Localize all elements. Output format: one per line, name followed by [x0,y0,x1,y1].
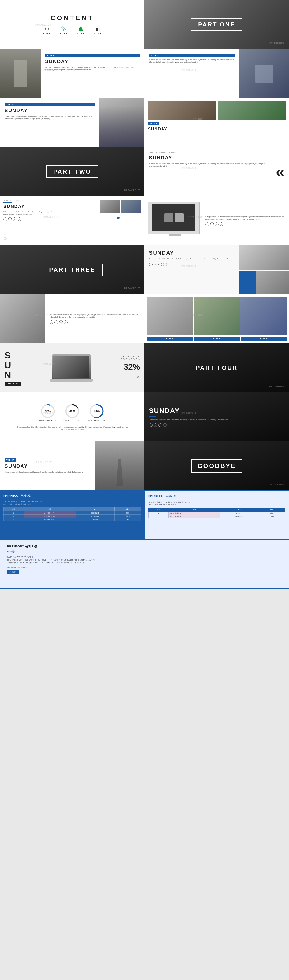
title-btn-3[interactable]: TITLE [241,337,287,341]
part-one-box: PART ONE [191,18,243,31]
notice-full-body: 안녕하세요. PPT5KOUT 입니다. 본 슬라이드는 공지사항을 안내하기 … [7,555,282,564]
notice-slide-1: PPTAKEOUT 공지사항 공지사항 내용입니다. PPT 템플릿 관련 정보… [0,490,144,539]
instagram-icon-2[interactable]: i [220,223,223,226]
td2-1-1: 1 [149,512,169,515]
instagram-icon-4[interactable]: i [64,320,68,324]
th2-3: 날짜 [220,508,259,512]
sun-right: t f in i 32% ✕ [121,356,140,379]
notice-btn[interactable]: 바로가기 [7,570,19,574]
three-img-slide: TITLE TITLE TITLE PPTAKEOUT [144,294,289,343]
title-btn-2[interactable]: TITLE [194,337,240,341]
sm-ig[interactable]: i [163,423,167,427]
sm-fb[interactable]: f [154,423,157,427]
linkedin-icon[interactable]: in [13,218,16,221]
sm-tw[interactable]: t [149,423,152,427]
td-2-3: 2024.01.02 [76,515,114,518]
sm-li[interactable]: in [159,423,162,427]
facebook-icon-4[interactable]: f [54,320,58,324]
title-badge-eiffel: TITLE [5,458,16,462]
li-icon[interactable]: in [132,356,135,360]
three-images [147,296,287,335]
img-col-2 [194,296,240,335]
facebook-icon[interactable]: f [8,218,12,221]
monitor-stand [169,234,181,236]
ig-icon[interactable]: i [137,356,140,360]
img-bottom-row [239,270,289,294]
laptop-img [52,355,91,379]
sun-text-area: S U N HAPPY LIFE [5,350,21,386]
part-three-box: PART THREE [42,264,103,276]
title-btn-1[interactable]: TITLE [147,337,193,341]
sunday-text-area-3: TITLE SUNDAY Entrepreneurial activities … [0,98,99,147]
part-four-box: PART FOUR [189,362,245,374]
sunday-text-area-1: TITLE SUNDAY Entrepreneurial activities … [41,49,144,98]
part-two-slide: PART TWO PPTAKEOUT [0,147,144,196]
row-6: PART THREE PPTAKEOUT SUNDAY Entrepreneur… [0,245,289,294]
sunday-text-area-2: TITLE Entrepreneurial activities differ … [144,49,239,98]
icon-item-4: ◧ TITLE [94,26,102,35]
social-icons-1: t f in i [3,218,141,221]
city-image [239,49,289,98]
instagram-icon[interactable]: i [17,218,21,221]
facebook-icon-2[interactable]: f [210,223,214,226]
progress-body: Entrepreneurial activities differ substa… [16,426,129,431]
linkedin-icon-2[interactable]: in [215,223,219,226]
title-badge-4: TITLE [148,122,159,126]
img-top [239,245,289,270]
forest-image [218,102,286,119]
twitter-icon-3[interactable]: t [149,262,152,266]
book-image [148,102,216,119]
watermark-1: PPTAKEOUT [35,23,51,26]
td2-2-4: 진행중 [259,515,285,519]
goodbye-text: GOODBYE [197,463,236,470]
title-buttons: TITLE TITLE TITLE [147,337,287,341]
linkedin-icon-3[interactable]: in [159,262,162,266]
chevron-area: « [276,147,289,196]
circle-40: 40% YOUR TITLE HERE [64,403,81,422]
sunday-heading-4: SUNDAY [148,127,286,132]
row-12: PPT5KOUT 공지사항 배려글 안녕하세요. PPT5KOUT 입니다. 본… [0,539,289,589]
title-badge-2: TITLE [149,54,235,57]
screen-content [164,213,184,223]
circle-80: 80% YOUR TITLE HERE [88,403,105,422]
happy-life-badge: HAPPY LIFE [5,382,21,386]
notice-body-2: 공지사항 내용입니다. PPT 템플릿 관련 정보를 안내합니다. 자세한 사항… [148,501,285,506]
part-two-box: PART TWO [46,165,98,178]
notice-full-link[interactable]: http://www.ppt5kout.com [7,566,282,568]
icon-item-2: 📎 TITLE [60,26,68,35]
td2-1-3: 2024.01.01 [220,512,259,515]
twitter-icon-2[interactable]: t [205,223,209,226]
row-11: PPTAKEOUT 공지사항 공지사항 내용입니다. PPT 템플릿 관련 정보… [0,490,289,539]
td-3-3: 2024.01.03 [76,518,114,522]
linkedin-icon-4[interactable]: in [59,320,63,324]
part-one-slide: PART ONE PPTAKEOUT [144,0,289,49]
th-1: 번호 [4,508,24,511]
body-text-7: Entrepreneurial activities differ substa… [50,313,140,318]
tw-icon[interactable]: t [121,356,125,360]
sunday-heading-chevron: SUNDAY [149,155,271,161]
twitter-icon-4[interactable]: t [50,320,53,324]
fb-icon[interactable]: f [126,356,130,360]
instagram-icon-3[interactable]: i [163,262,167,266]
body-text-eiffel: Entrepreneurial activities differ substa… [5,471,91,474]
monitor-text: Entrepreneurial activities differ substa… [205,215,286,226]
img-thumb-1 [100,200,120,213]
icon-label-4: TITLE [94,33,102,35]
body-text-1: Entrepreneurial activities differ substa… [45,66,140,71]
td2-2-3: 2024.01.02 [220,515,259,519]
sunday-heading-6: SUNDAY [149,250,235,256]
row-8: S U N HAPPY LIFE t f in i 32% ✕ PPTAKEOU… [0,343,289,392]
row-7: Entrepreneurial activities differ substa… [0,294,289,343]
image-text-content: Entrepreneurial activities differ substa… [45,294,144,343]
facebook-icon-3[interactable]: f [154,262,157,266]
monitor-body: Entrepreneurial activities differ substa… [205,215,286,220]
notice-title-2: PPTAKEOUT 공지사항 [148,494,285,499]
twitter-icon[interactable]: t [3,218,7,221]
th-4: 상태 [114,508,141,511]
blue-dot [117,216,120,219]
notice-title-1: PPTAKEOUT 공지사항 [3,494,141,499]
img-col-3 [240,296,287,335]
x-mark: ✕ [136,374,140,379]
monitor-container [148,202,202,240]
blue-block [239,270,256,294]
